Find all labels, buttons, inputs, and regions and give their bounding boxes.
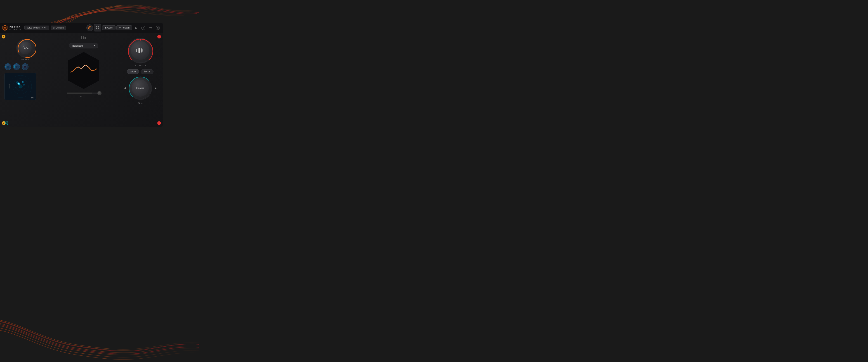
svg-rect-11 xyxy=(96,28,97,29)
unmask-icon: ⊞ xyxy=(53,26,55,29)
intensity-label: INTENSITY xyxy=(134,64,147,66)
svg-point-4 xyxy=(89,27,90,28)
shape-label: SHAPE xyxy=(21,58,29,61)
settings-button[interactable]: ⚙ xyxy=(133,25,139,31)
svg-rect-39 xyxy=(140,39,141,40)
intensity-knob-area: INTENSITY xyxy=(128,38,153,66)
preset-selector[interactable]: Verse Vocals - N ✎ xyxy=(24,26,49,30)
middle-panel: Balanced ▾ xyxy=(50,33,118,127)
help-button[interactable]: ? xyxy=(140,25,147,31)
svg-point-30 xyxy=(18,83,20,84)
svg-point-45 xyxy=(129,77,152,100)
header-controls: Bypass ↻ Relearn ⚙ ? N xyxy=(86,24,161,31)
small-knob-1[interactable] xyxy=(4,63,11,70)
shape-knob-area: SHAPE xyxy=(4,39,46,61)
info-dot-top-left[interactable]: i xyxy=(2,35,5,38)
logo-area: N Nectar ADVANCED xyxy=(2,25,22,31)
hex-pattern-decoration xyxy=(149,33,163,123)
svg-point-28 xyxy=(15,87,16,88)
help-icon: ? xyxy=(141,26,145,30)
left-panel: i SH xyxy=(0,33,50,127)
svg-point-21 xyxy=(24,65,26,68)
visualizer-intensity-label: Intensity xyxy=(8,83,10,89)
visualizer-box: Intensity xyxy=(4,73,36,100)
main-content: i SH xyxy=(0,33,163,127)
n-logo-button[interactable]: N xyxy=(155,25,161,31)
svg-rect-10 xyxy=(98,26,99,27)
right-panel: i xyxy=(118,33,163,127)
svg-rect-34 xyxy=(83,36,84,39)
relearn-button[interactable]: ↻ Relearn xyxy=(116,25,132,30)
octaves-knob[interactable]: Octaves xyxy=(129,77,151,99)
svg-rect-47 xyxy=(149,33,163,123)
unmask-label: Unmask xyxy=(55,26,64,29)
width-slider-thumb[interactable] xyxy=(97,91,101,95)
svg-rect-12 xyxy=(98,28,99,29)
header-bar: N Nectar ADVANCED Verse Vocals - N ✎ ⊞ U… xyxy=(0,23,163,33)
width-label: WIDTH xyxy=(80,95,88,98)
svg-rect-9 xyxy=(96,26,97,27)
percent-value: 34 % xyxy=(138,102,143,104)
grid-button[interactable] xyxy=(94,24,101,31)
plugin-container: N Nectar ADVANCED Verse Vocals - N ✎ ⊞ U… xyxy=(0,23,163,127)
info-dot-bottom-left[interactable]: i xyxy=(2,121,5,125)
hexagon-display xyxy=(66,51,101,90)
nectar-logo-icon: N xyxy=(2,25,8,31)
width-slider[interactable] xyxy=(67,92,101,94)
small-controls xyxy=(4,63,46,70)
shape-knob[interactable] xyxy=(16,39,34,57)
svg-point-27 xyxy=(23,84,25,85)
svg-text:N: N xyxy=(157,27,159,29)
relearn-label: Relearn xyxy=(122,26,129,29)
svg-point-19 xyxy=(16,65,18,68)
svg-point-32 xyxy=(22,81,23,82)
small-knob-3[interactable] xyxy=(22,63,29,70)
visualizer-mix-label: Mix xyxy=(31,97,34,99)
svg-point-17 xyxy=(7,65,9,68)
logo-subtitle: ADVANCED xyxy=(9,28,22,30)
svg-rect-35 xyxy=(85,37,86,39)
dropdown-chevron-icon: ▾ xyxy=(94,44,95,47)
svg-point-15 xyxy=(17,39,35,57)
relearn-refresh-icon: ↻ xyxy=(119,26,121,29)
svg-point-25 xyxy=(19,85,22,88)
balance-dropdown[interactable]: Balanced ▾ xyxy=(69,43,98,49)
preset-edit-icon: ✎ xyxy=(44,26,46,29)
svg-text:N: N xyxy=(4,27,6,29)
width-control: WIDTH xyxy=(66,92,101,98)
svg-rect-33 xyxy=(81,36,82,39)
settings-icon: ⚙ xyxy=(135,26,138,30)
balance-value: Balanced xyxy=(72,44,83,47)
preset-label: Verse Vocals - N xyxy=(26,26,43,29)
bypass-button[interactable]: Bypass xyxy=(102,25,116,30)
spectrum-button[interactable] xyxy=(86,24,93,31)
small-knob-2[interactable] xyxy=(13,63,20,70)
logo-text: Nectar ADVANCED xyxy=(9,25,22,30)
octaves-left-arrow[interactable]: ◀ xyxy=(123,86,127,90)
logo-title: Nectar xyxy=(9,25,22,28)
middle-top-icon xyxy=(81,36,86,40)
intensity-knob[interactable] xyxy=(128,38,153,63)
voices-tab[interactable]: Voices xyxy=(127,69,139,74)
unmask-button[interactable]: ⊞ Unmask xyxy=(51,26,66,30)
flip-button[interactable] xyxy=(147,25,154,31)
